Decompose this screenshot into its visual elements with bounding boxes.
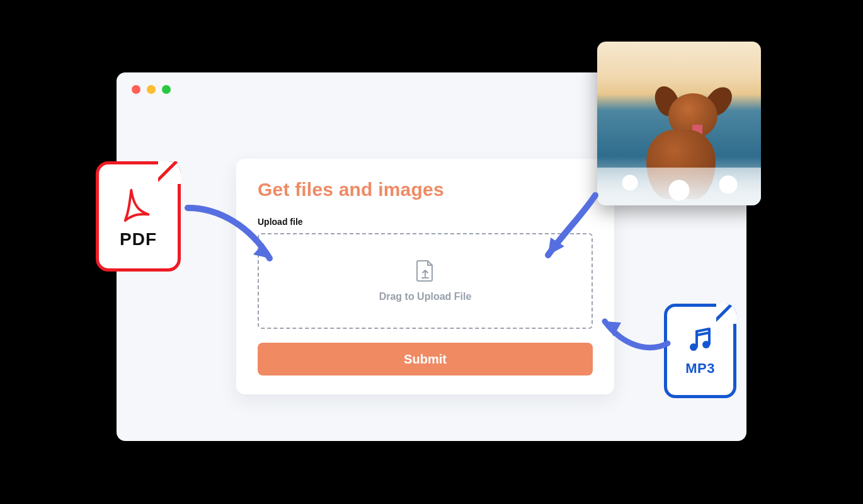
image-thumbnail[interactable] (597, 42, 761, 205)
file-dropzone[interactable]: Drag to Upload File (258, 233, 593, 329)
svg-point-1 (690, 343, 697, 351)
upload-field-label: Upload file (258, 217, 593, 227)
mp3-file-label: MP3 (685, 360, 715, 377)
minimize-window-button[interactable] (147, 85, 156, 94)
svg-point-2 (702, 341, 710, 348)
upload-file-icon (416, 260, 435, 285)
dropzone-text: Drag to Upload File (379, 291, 472, 302)
submit-button[interactable]: Submit (258, 343, 593, 375)
pdf-file-icon[interactable]: PDF (96, 161, 181, 272)
maximize-window-button[interactable] (162, 85, 171, 94)
close-window-button[interactable] (132, 85, 140, 94)
adobe-pdf-glyph-icon (119, 184, 158, 226)
card-title: Get files and images (258, 179, 593, 200)
music-note-icon (685, 325, 716, 358)
pdf-file-label: PDF (120, 229, 157, 249)
mp3-file-icon[interactable]: MP3 (664, 304, 736, 398)
window-controls (132, 85, 171, 94)
upload-card: Get files and images Upload file Drag to… (236, 159, 614, 394)
